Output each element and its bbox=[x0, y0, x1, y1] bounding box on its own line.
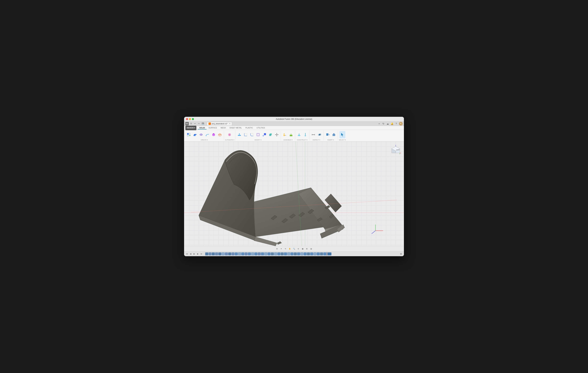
timeline-item-26[interactable] bbox=[287, 252, 290, 255]
timeline-item-3[interactable] bbox=[212, 252, 215, 255]
tab-plastic[interactable]: PLASTIC bbox=[244, 126, 255, 129]
visual-style-btn[interactable]: ▤ bbox=[309, 247, 313, 250]
combine-button[interactable] bbox=[268, 131, 273, 138]
viewport[interactable]: RIGHT bbox=[184, 142, 404, 246]
timeline-item-27[interactable] bbox=[291, 252, 294, 255]
timeline-item-31[interactable] bbox=[304, 252, 307, 255]
timeline-item-9[interactable] bbox=[231, 252, 234, 255]
ground-button[interactable] bbox=[288, 131, 294, 138]
step-back-btn[interactable]: ◀ bbox=[189, 252, 192, 256]
bell-button[interactable]: 🔔 bbox=[390, 122, 393, 125]
timeline-item-12[interactable] bbox=[241, 252, 244, 255]
timeline-item-32[interactable] bbox=[307, 252, 310, 255]
timeline-item-34[interactable] bbox=[314, 252, 316, 255]
play-btn[interactable]: ▶ bbox=[193, 252, 196, 256]
apps-grid-icon[interactable] bbox=[185, 122, 189, 125]
timeline-item-1[interactable] bbox=[205, 252, 208, 255]
press-pull-button[interactable] bbox=[236, 131, 242, 138]
extrude-button[interactable] bbox=[192, 131, 198, 138]
timeline-item-8[interactable] bbox=[228, 252, 231, 255]
go-to-end-btn[interactable]: ⏭ bbox=[200, 252, 203, 256]
close-button[interactable] bbox=[186, 118, 188, 120]
tab-close-icon[interactable]: ✕ bbox=[229, 123, 230, 124]
timeline-item-38[interactable] bbox=[327, 252, 331, 255]
snap-btn[interactable]: ✦ bbox=[280, 247, 283, 250]
refresh-button[interactable]: ↻ bbox=[382, 122, 385, 125]
timeline-item-4[interactable] bbox=[215, 252, 218, 255]
cloud-button[interactable]: ☁ bbox=[386, 122, 389, 125]
timeline-item-11[interactable] bbox=[238, 252, 241, 255]
tab-mesh[interactable]: MESH bbox=[219, 126, 228, 129]
assemble-button[interactable] bbox=[282, 131, 288, 138]
help-button[interactable]: ? bbox=[395, 122, 398, 125]
zoom-btn[interactable]: 🔍 bbox=[292, 247, 296, 250]
measure-button[interactable] bbox=[310, 131, 316, 138]
pan-btn[interactable]: ✋ bbox=[288, 247, 291, 250]
timeline-item-5[interactable] bbox=[218, 252, 221, 255]
timeline-item-21[interactable] bbox=[271, 252, 274, 255]
timeline-item-36[interactable] bbox=[320, 252, 323, 255]
insert-derive-button[interactable] bbox=[325, 131, 331, 138]
fillet-button[interactable] bbox=[243, 131, 249, 138]
active-tab[interactable]: proj_steamdeck v1* ✕ bbox=[207, 122, 232, 125]
interference-button[interactable] bbox=[317, 131, 323, 138]
timeline-item-22[interactable] bbox=[274, 252, 277, 255]
shell-button[interactable] bbox=[255, 131, 261, 138]
timeline-item-33[interactable] bbox=[310, 252, 313, 255]
timeline-item-23[interactable] bbox=[277, 252, 280, 255]
construct-axis-button[interactable] bbox=[302, 131, 308, 138]
timeline-item-24[interactable] bbox=[281, 252, 284, 255]
automate-button[interactable] bbox=[227, 131, 232, 138]
tab-solid[interactable]: SOLID bbox=[198, 126, 207, 129]
timeline-item-10[interactable] bbox=[235, 252, 238, 255]
timeline-item-28[interactable] bbox=[294, 252, 297, 255]
timeline-item-6[interactable] bbox=[222, 252, 225, 255]
zoom-minus-btn[interactable]: ⊖ bbox=[297, 247, 300, 250]
file-menu-button[interactable]: ☰ bbox=[190, 122, 193, 125]
timeline-item-17[interactable] bbox=[258, 252, 261, 255]
undo-button[interactable]: ↩ bbox=[194, 122, 196, 125]
orbit-btn[interactable]: ↻ bbox=[284, 247, 287, 250]
tab-surface[interactable]: SURFACE bbox=[207, 126, 219, 129]
scale-button[interactable] bbox=[261, 131, 267, 138]
timeline-item-19[interactable] bbox=[264, 252, 267, 255]
box-button[interactable] bbox=[217, 131, 223, 138]
timeline-item-35[interactable] bbox=[317, 252, 320, 255]
step-forward-btn[interactable]: ▶ bbox=[196, 252, 200, 256]
timeline-item-18[interactable] bbox=[261, 252, 264, 255]
loft-button[interactable] bbox=[211, 131, 217, 138]
new-tab-button[interactable]: + bbox=[378, 122, 381, 125]
construct-plane-button[interactable] bbox=[296, 131, 302, 138]
timeline-item-25[interactable] bbox=[284, 252, 287, 255]
timeline-item-15[interactable] bbox=[251, 252, 254, 255]
grid-btn[interactable]: ⊞ bbox=[305, 247, 308, 250]
new-component-button[interactable] bbox=[186, 131, 192, 138]
timeline-item-29[interactable] bbox=[297, 252, 300, 255]
timeline-item-37[interactable] bbox=[323, 252, 326, 255]
go-to-start-btn[interactable]: ⏮ bbox=[185, 252, 189, 256]
select-button[interactable] bbox=[339, 131, 345, 138]
tab-utilities[interactable]: UTILITIES bbox=[255, 126, 267, 129]
minimize-button[interactable] bbox=[189, 118, 191, 120]
move-button[interactable] bbox=[274, 131, 280, 138]
timeline-item-13[interactable] bbox=[245, 252, 248, 255]
timeline-item-20[interactable] bbox=[268, 252, 271, 255]
timeline-item-30[interactable] bbox=[300, 252, 303, 255]
save-button[interactable]: 💾 bbox=[201, 122, 205, 125]
redo-button[interactable]: ↪ bbox=[197, 122, 200, 125]
design-menu-button[interactable]: DESIGN ▾ bbox=[185, 126, 196, 130]
maximize-button[interactable] bbox=[192, 118, 194, 120]
timeline-item-7[interactable] bbox=[225, 252, 228, 255]
chamfer-button[interactable] bbox=[249, 131, 255, 138]
fit-to-screen-btn[interactable]: ⊕ bbox=[275, 247, 279, 250]
revolve-button[interactable] bbox=[198, 131, 204, 138]
user-avatar[interactable]: YL bbox=[399, 122, 403, 125]
view-cube[interactable]: RIGHT bbox=[390, 144, 401, 155]
timeline-item-14[interactable] bbox=[248, 252, 251, 255]
sweep-button[interactable] bbox=[204, 131, 210, 138]
display-mode-btn[interactable]: ▦ bbox=[301, 247, 304, 250]
insert-decal-button[interactable] bbox=[331, 131, 337, 138]
tab-sheet-metal[interactable]: SHEET METAL bbox=[228, 126, 243, 129]
timeline-item-16[interactable] bbox=[254, 252, 257, 255]
timeline-settings-btn[interactable]: ⚙ bbox=[399, 252, 403, 256]
